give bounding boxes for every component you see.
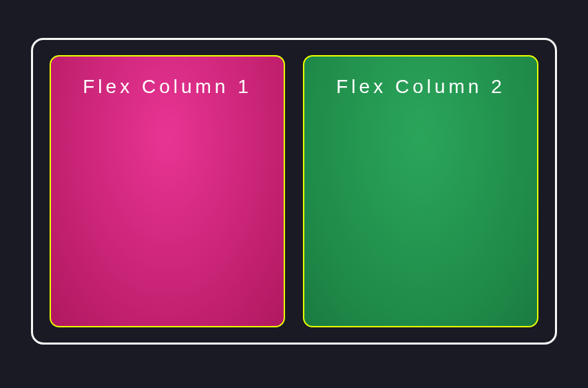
column-label-2: Flex Column 2	[304, 76, 537, 98]
flex-container: Flex Column 1 Flex Column 2	[31, 38, 557, 345]
flex-column-2: Flex Column 2	[303, 55, 538, 327]
flex-column-1: Flex Column 1	[50, 55, 285, 327]
column-label-1: Flex Column 1	[51, 76, 284, 98]
